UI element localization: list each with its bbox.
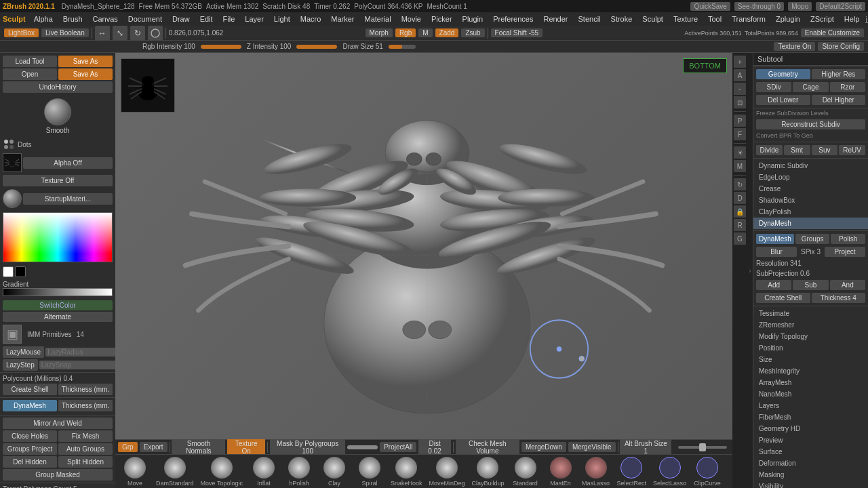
open-btn[interactable]: Open [3, 68, 57, 80]
menu-item-macro[interactable]: Macro [296, 14, 326, 24]
focal-shift-btn[interactable]: Focal Shift -55 [491, 28, 542, 37]
material-icon-btn[interactable]: M [734, 160, 746, 172]
brush-selectrect[interactable]: SelectRect [614, 455, 650, 488]
swatch-white[interactable] [3, 266, 14, 277]
menu-item-help[interactable]: Help [840, 14, 865, 24]
zsub-btn[interactable]: Zsub [461, 28, 484, 37]
auto-groups-btn[interactable]: Auto Groups [58, 443, 113, 455]
brush-move-topologic[interactable]: Move Topologic [198, 455, 245, 488]
del-higher-sub-btn[interactable]: Del Higher [812, 95, 866, 105]
texture-off-btn[interactable]: Texture Off [3, 175, 113, 186]
fix-mesh-btn[interactable]: Fix Mesh [58, 430, 113, 442]
menu-item-file[interactable]: File [218, 14, 240, 24]
merge-down-btn[interactable]: MergeDown [521, 442, 566, 452]
group-masked-btn[interactable]: Group Masked [3, 469, 113, 481]
quicksave-btn[interactable]: QuickSave [690, 2, 730, 11]
menu-item-tool[interactable]: Tool [703, 14, 726, 24]
hue-bar[interactable] [3, 253, 112, 262]
load-tool-btn[interactable]: Load Tool [3, 56, 57, 67]
menu-item-stroke[interactable]: Stroke [606, 14, 637, 24]
reuv-btn[interactable]: ReUV [839, 145, 865, 155]
store-config-btn[interactable]: Store Config [818, 42, 864, 51]
brush-clipcurve[interactable]: ClipCurve [690, 455, 724, 488]
menu-item-zplugin[interactable]: Zplugin [771, 14, 805, 24]
blur-btn[interactable]: Blur [756, 247, 797, 257]
zoom-in-btn[interactable]: + [734, 56, 746, 68]
save-as-top-btn[interactable]: Save As [58, 56, 113, 67]
brush-masten[interactable]: MastEn [544, 455, 578, 488]
dynmesh-icon-btn[interactable]: D [734, 192, 746, 204]
draw-icon-btn[interactable] [148, 26, 163, 41]
sdiv-label-btn[interactable]: SDiv [756, 82, 791, 92]
thickness-mm-btn[interactable]: Thickness (mm. [58, 400, 113, 411]
lazy-radius-input[interactable] [45, 348, 115, 357]
rzor-btn[interactable]: Rzor [830, 82, 865, 92]
rotate-icon-btn[interactable]: ↻ [734, 178, 746, 190]
menu-item-layer[interactable]: Layer [240, 14, 269, 24]
menu-item-stencil[interactable]: Stencil [574, 14, 606, 24]
switch-color-btn[interactable]: SwitchColor [3, 300, 113, 310]
mopo-btn[interactable]: Mopo [788, 2, 812, 11]
light-icon-btn[interactable]: ☀ [734, 146, 746, 159]
color-picker[interactable] [3, 212, 113, 262]
color-gradient[interactable] [3, 213, 112, 253]
menu-item-brush[interactable]: Brush [58, 14, 87, 24]
collapse-handle[interactable]: › [747, 53, 753, 488]
alternate-btn[interactable]: Alternate [3, 312, 113, 322]
actual-size-btn[interactable]: A [734, 69, 746, 81]
canvas-wrapper[interactable]: BOTTOM [115, 53, 732, 439]
menu-item-document[interactable]: Document [123, 14, 167, 24]
texture-on-bar-btn[interactable]: Texture On [227, 439, 265, 456]
menu-item-canvas[interactable]: Canvas [88, 14, 123, 24]
masking-item[interactable]: Masking [753, 469, 868, 481]
size-item[interactable]: Size [753, 354, 868, 365]
create-shell-sub-btn[interactable]: Create Shell [756, 293, 810, 303]
brush-selectlasso[interactable]: SelectLasso [650, 455, 689, 488]
brush-standard[interactable]: Standard [509, 455, 542, 488]
dynamic-subdiv-item[interactable]: Dynamic Subdiv [753, 160, 868, 171]
array-mesh-item[interactable]: ArrayMesh [753, 377, 868, 388]
claypolish-item[interactable]: ClayPolish [753, 206, 868, 218]
dist-btn[interactable]: Dist 0.02 [418, 439, 450, 456]
brush-move[interactable]: Move [118, 455, 152, 488]
add-btn[interactable]: Add [756, 280, 791, 290]
sub-btn[interactable]: Sub [793, 280, 828, 290]
check-mesh-volume-btn[interactable]: Check Mesh Volume [456, 439, 519, 456]
menu-item-material[interactable]: Material [360, 14, 396, 24]
brush-spiral[interactable]: Spiral [353, 455, 387, 488]
gradient-bar[interactable] [3, 288, 113, 296]
scale-icon-btn[interactable]: ⤡ [113, 26, 127, 41]
brush-maslasso[interactable]: MasLasso [579, 455, 613, 488]
lazy-step-btn[interactable]: LazyStep [3, 359, 38, 371]
undo-history-btn[interactable]: UndoHistory [3, 81, 113, 93]
menu-item-preferences[interactable]: Preferences [488, 14, 538, 24]
project-all-btn[interactable]: ProjectAll [380, 442, 416, 452]
merge-visible-btn[interactable]: MergeVisible [568, 442, 616, 452]
surface-item[interactable]: Surface [753, 446, 868, 458]
menu-item-picker[interactable]: Picker [427, 14, 457, 24]
dynmesh-btn[interactable]: DynaMesh [3, 400, 57, 411]
menu-item-plugin[interactable]: Plugin [458, 14, 488, 24]
menu-item-transform[interactable]: Transform [727, 14, 770, 24]
material-preview[interactable] [44, 98, 71, 125]
preview-item[interactable]: Preview [753, 434, 868, 446]
fiber-mesh-item[interactable]: FiberMesh [753, 411, 868, 423]
imm-icon[interactable]: ▣ [3, 325, 22, 344]
geometry-btn[interactable]: Geometry [756, 69, 810, 79]
thickness-sub-btn[interactable]: Thickness 4 [812, 293, 866, 303]
rgb-btn[interactable]: Rgb [395, 28, 416, 37]
divide-sub-btn[interactable]: Divide [756, 145, 783, 155]
brush-movemindeg[interactable]: MoveMinDeg [426, 455, 467, 488]
suv-btn[interactable]: Suv [812, 145, 838, 155]
lock-icon-btn[interactable]: 🔒 [734, 205, 746, 218]
perspective-btn[interactable]: P [734, 115, 746, 127]
brush-snakehook[interactable]: SnakeHook [388, 455, 425, 488]
tessimate-item[interactable]: Tessimate [753, 308, 868, 319]
gyro-icon-btn[interactable]: G [734, 232, 746, 245]
menu-item-alpha[interactable]: Alpha [29, 14, 58, 24]
live-boolean-btn[interactable]: Live Boolean [41, 28, 89, 37]
menu-item-zscript[interactable]: ZScript [806, 14, 839, 24]
reconstruct-subdiv-btn[interactable]: Reconstruct Subdiv [756, 119, 865, 129]
material-ball[interactable] [3, 189, 22, 208]
frame-btn[interactable]: ⊡ [734, 96, 746, 108]
